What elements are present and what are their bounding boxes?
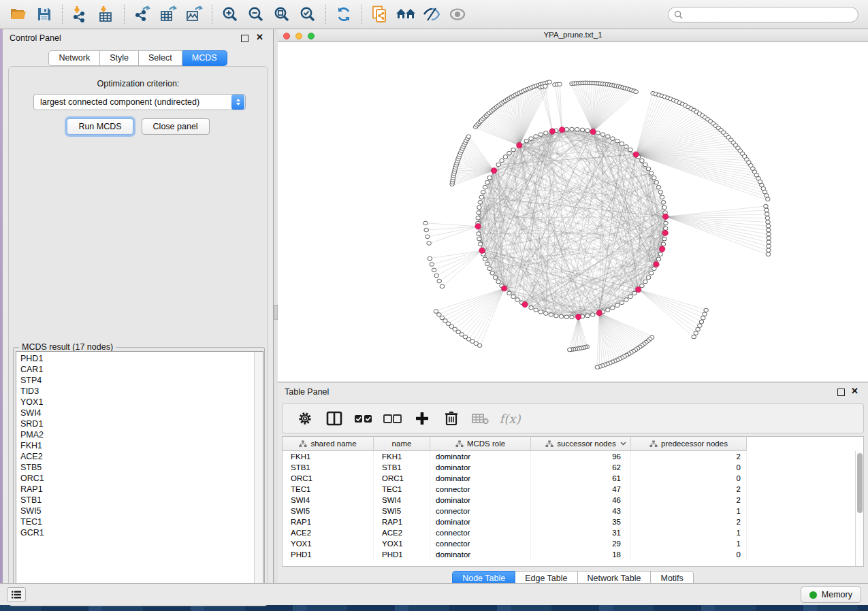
network-node[interactable] — [544, 312, 549, 316]
network-node[interactable] — [485, 180, 489, 184]
delete-column-icon[interactable] — [440, 408, 463, 429]
network-node[interactable] — [766, 197, 771, 201]
export-network-icon[interactable] — [129, 2, 155, 27]
mcds-result-item[interactable]: ORC1 — [16, 473, 263, 484]
mcds-result-item[interactable]: RAP1 — [16, 484, 263, 495]
network-node[interactable] — [432, 268, 436, 272]
mcds-result-item[interactable]: STB1 — [16, 495, 263, 506]
network-node[interactable] — [596, 131, 600, 135]
network-node[interactable] — [437, 279, 442, 283]
search-input[interactable] — [686, 10, 852, 20]
table-row[interactable]: FKH1FKH1dominator962 — [283, 451, 863, 462]
mcds-hub-node[interactable] — [654, 261, 659, 267]
network-node[interactable] — [696, 327, 701, 331]
network-node[interactable] — [701, 316, 706, 320]
network-window-titlebar[interactable]: YPA_prune.txt_1 — [278, 29, 868, 42]
network-node[interactable] — [570, 315, 575, 319]
network-node[interactable] — [539, 133, 543, 137]
network-node[interactable] — [767, 236, 771, 240]
network-node[interactable] — [568, 348, 573, 352]
search-field[interactable] — [668, 7, 858, 22]
network-node[interactable] — [483, 257, 487, 261]
network-node[interactable] — [766, 252, 771, 257]
network-node[interactable] — [585, 314, 590, 318]
network-node[interactable] — [549, 313, 553, 317]
network-node[interactable] — [767, 244, 771, 248]
network-node[interactable] — [632, 291, 637, 295]
mcds-hub-node[interactable] — [522, 301, 528, 307]
zoom-in-icon[interactable] — [217, 2, 243, 27]
network-node[interactable] — [539, 310, 543, 314]
column-header-name[interactable]: name — [374, 437, 430, 451]
network-node[interactable] — [646, 276, 651, 280]
network-node[interactable] — [640, 284, 645, 288]
mcds-hub-node[interactable] — [559, 127, 564, 133]
network-node[interactable] — [477, 205, 482, 210]
table-row[interactable]: PHD1PHD1dominator180 — [283, 549, 863, 560]
network-node[interactable] — [580, 128, 585, 132]
mcds-result-item[interactable]: SWI5 — [16, 506, 263, 516]
table-scrollbar-thumb[interactable] — [857, 453, 863, 513]
network-node[interactable] — [611, 306, 615, 310]
network-node[interactable] — [543, 84, 548, 88]
node-table[interactable]: shared namenameMCDS rolesuccessor nodesp… — [282, 436, 864, 567]
network-node[interactable] — [496, 280, 501, 284]
mcds-result-item[interactable]: SWI4 — [16, 408, 263, 418]
network-node[interactable] — [765, 216, 770, 220]
network-node[interactable] — [611, 137, 615, 141]
network-node[interactable] — [766, 220, 771, 225]
network-node[interactable] — [643, 163, 648, 167]
mcds-result-item[interactable]: PHD1 — [16, 353, 263, 364]
mcds-result-item[interactable]: SRD1 — [16, 418, 263, 429]
network-node[interactable] — [664, 227, 669, 231]
network-node[interactable] — [694, 331, 698, 335]
tab-style[interactable]: Style — [100, 50, 139, 66]
memory-button[interactable]: Memory — [801, 587, 861, 603]
network-node[interactable] — [544, 131, 549, 135]
run-mcds-button[interactable]: Run MCDS — [67, 118, 133, 135]
network-node[interactable] — [615, 303, 620, 308]
mcds-hub-node[interactable] — [479, 248, 485, 253]
network-node[interactable] — [558, 82, 562, 86]
network-node[interactable] — [624, 298, 629, 302]
network-node[interactable] — [529, 137, 534, 141]
network-node[interactable] — [511, 295, 516, 299]
network-node[interactable] — [547, 80, 552, 84]
network-node[interactable] — [424, 228, 429, 232]
add-column-icon[interactable] — [411, 408, 434, 429]
network-node[interactable] — [485, 262, 489, 266]
network-graph[interactable] — [278, 42, 868, 381]
show-details-icon[interactable] — [445, 2, 470, 27]
mcds-hub-node[interactable] — [502, 286, 507, 291]
network-node[interactable] — [652, 176, 657, 180]
network-node[interactable] — [703, 312, 707, 316]
mcds-hub-node[interactable] — [596, 310, 602, 316]
column-header-predecessor-nodes[interactable]: predecessor nodes — [631, 437, 747, 451]
network-node[interactable] — [698, 324, 703, 328]
zoom-fit-icon[interactable] — [269, 2, 295, 27]
table-row[interactable]: YOX1YOX1connector291 — [283, 538, 863, 549]
network-node[interactable] — [649, 271, 654, 276]
network-node[interactable] — [434, 274, 439, 278]
save-session-icon[interactable] — [31, 2, 57, 27]
mcds-hub-node[interactable] — [517, 142, 522, 148]
network-node[interactable] — [765, 212, 769, 216]
network-node[interactable] — [692, 335, 696, 339]
network-node[interactable] — [585, 129, 590, 133]
network-node[interactable] — [534, 308, 539, 312]
network-node[interactable] — [767, 228, 771, 232]
network-node[interactable] — [620, 142, 624, 146]
network-node[interactable] — [503, 155, 508, 159]
table-row[interactable]: STB1STB1dominator620 — [283, 462, 863, 473]
network-node[interactable] — [595, 365, 600, 369]
mcds-list-scrollbar[interactable] — [254, 352, 263, 597]
mcds-result-item[interactable]: STP4 — [16, 375, 263, 386]
network-node[interactable] — [483, 185, 487, 189]
network-node[interactable] — [654, 180, 659, 184]
network-node[interactable] — [511, 148, 516, 152]
zoom-out-icon[interactable] — [243, 2, 269, 27]
mcds-result-item[interactable]: YOX1 — [16, 397, 263, 408]
mcds-hub-node[interactable] — [633, 152, 639, 157]
close-panel-icon[interactable]: ✕ — [256, 32, 263, 43]
table-row[interactable]: ACE2ACE2connector311 — [283, 527, 863, 538]
